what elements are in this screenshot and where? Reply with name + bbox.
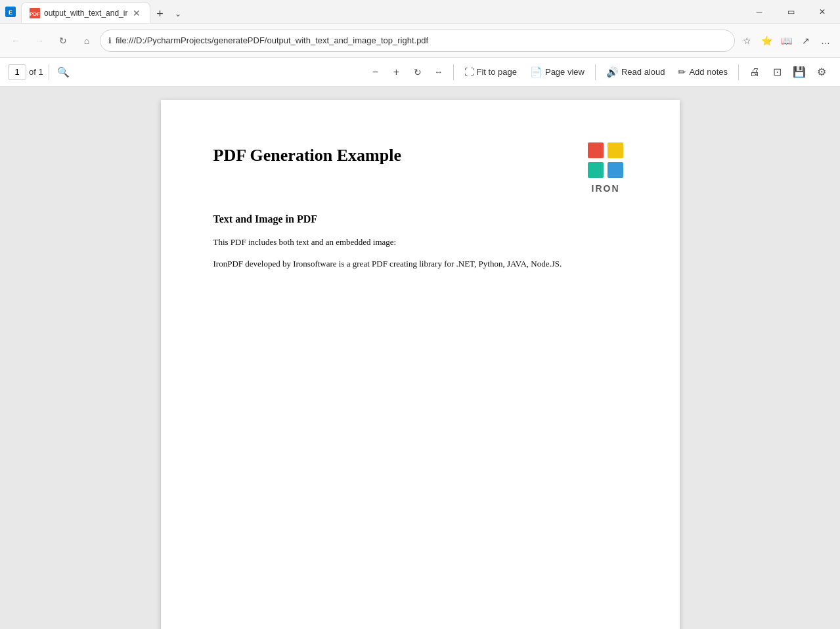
divider-3 bbox=[595, 64, 596, 80]
url-text: file:///D:/PycharmProjects/generatePDF/o… bbox=[116, 35, 726, 45]
zoom-out-button[interactable]: − bbox=[366, 63, 385, 81]
page-input[interactable] bbox=[8, 64, 26, 80]
active-tab[interactable]: PDF output_with_text_and_ir ✕ bbox=[21, 2, 150, 23]
pdf-header: PDF Generation Example IRON bbox=[213, 139, 627, 194]
read-aloud-button[interactable]: 🔊 Read aloud bbox=[601, 64, 671, 81]
page-view-button[interactable]: 📄 Page view bbox=[525, 64, 590, 81]
save-button[interactable]: 💾 bbox=[789, 62, 810, 83]
svg-rect-4 bbox=[588, 142, 604, 158]
add-notes-label: Add notes bbox=[689, 67, 728, 77]
tab-label: output_with_text_and_ir bbox=[44, 9, 127, 18]
page-total: of 1 bbox=[29, 67, 43, 77]
page-navigation: of 1 bbox=[8, 64, 43, 80]
title-bar-left: E bbox=[0, 7, 21, 17]
pdf-title: PDF Generation Example bbox=[213, 139, 571, 165]
fit-page-icon-button[interactable]: ⊡ bbox=[766, 62, 787, 83]
print-button[interactable]: 🖨 bbox=[744, 62, 765, 83]
title-bar: E PDF output_with_text_and_ir ✕ + ⌄ ─ ▭ … bbox=[0, 0, 840, 24]
read-aloud-label: Read aloud bbox=[621, 67, 665, 77]
home-button[interactable]: ⌂ bbox=[76, 30, 97, 51]
pdf-page: PDF Generation Example IRON Text and Ima… bbox=[161, 100, 680, 629]
fit-to-page-label: Fit to page bbox=[477, 67, 517, 77]
address-bar: ← → ↻ ⌂ ℹ file:///D:/PycharmProjects/gen… bbox=[0, 24, 840, 58]
svg-text:E: E bbox=[9, 9, 12, 16]
tab-close-button[interactable]: ✕ bbox=[131, 7, 142, 20]
tab-list-button[interactable]: ⌄ bbox=[169, 5, 187, 23]
pdf-right-tools: 🖨 ⊡ 💾 ⚙ bbox=[744, 62, 832, 83]
refresh-button[interactable]: ↻ bbox=[53, 30, 74, 51]
pdf-section-title: Text and Image in PDF bbox=[213, 213, 627, 225]
rotate-button[interactable]: ↻ bbox=[409, 63, 427, 81]
add-notes-button[interactable]: ✏ Add notes bbox=[673, 64, 733, 81]
zoom-in-button[interactable]: + bbox=[387, 63, 406, 81]
maximize-button[interactable]: ▭ bbox=[776, 0, 806, 24]
iron-logo: IRON bbox=[585, 139, 627, 194]
share-button[interactable]: ↗ bbox=[797, 32, 815, 50]
svg-rect-5 bbox=[608, 142, 623, 158]
more-tools-button[interactable]: ⚙ bbox=[811, 62, 832, 83]
add-notes-icon: ✏ bbox=[678, 66, 686, 78]
tab-favicon: PDF bbox=[30, 8, 40, 18]
tab-bar: PDF output_with_text_and_ir ✕ + ⌄ bbox=[21, 0, 744, 23]
svg-rect-7 bbox=[608, 162, 623, 178]
read-aloud-icon: 🔊 bbox=[606, 66, 619, 78]
svg-text:PDF: PDF bbox=[30, 11, 40, 17]
page-view-label: Page view bbox=[545, 67, 585, 77]
svg-rect-6 bbox=[588, 162, 604, 178]
pdf-content: PDF Generation Example IRON Text and Ima… bbox=[0, 87, 840, 629]
favorites-button[interactable]: ☆ bbox=[738, 32, 756, 50]
new-tab-button[interactable]: + bbox=[150, 5, 169, 23]
page-view-icon: 📄 bbox=[530, 66, 542, 78]
search-button[interactable]: 🔍 bbox=[55, 63, 73, 81]
address-actions: ☆ ⭐ 📖 ↗ … bbox=[738, 32, 835, 50]
forward-button[interactable]: → bbox=[29, 30, 50, 51]
pdf-paragraph-1: This PDF includes both text and an embed… bbox=[213, 236, 627, 249]
fit-width-button[interactable]: ↔ bbox=[430, 63, 448, 81]
fit-to-page-icon: ⛶ bbox=[464, 66, 474, 77]
iron-logo-text: IRON bbox=[592, 183, 620, 194]
fit-to-page-button[interactable]: ⛶ Fit to page bbox=[459, 64, 522, 80]
pdf-toolbar: of 1 🔍 − + ↻ ↔ ⛶ Fit to page 📄 Page view… bbox=[0, 58, 840, 87]
back-button[interactable]: ← bbox=[5, 30, 26, 51]
address-input[interactable]: ℹ file:///D:/PycharmProjects/generatePDF… bbox=[100, 30, 735, 52]
settings-button[interactable]: … bbox=[816, 32, 835, 50]
window-controls: ─ ▭ ✕ bbox=[744, 0, 840, 24]
minimize-button[interactable]: ─ bbox=[744, 0, 774, 24]
divider-1 bbox=[49, 64, 49, 80]
divider-2 bbox=[453, 64, 454, 80]
read-mode-button[interactable]: 📖 bbox=[777, 32, 795, 50]
security-icon: ℹ bbox=[108, 36, 112, 45]
divider-4 bbox=[738, 64, 739, 80]
browser-icon: E bbox=[5, 7, 16, 17]
iron-hashtag-icon bbox=[585, 139, 627, 182]
favorites-bar-button[interactable]: ⭐ bbox=[757, 32, 776, 50]
close-button[interactable]: ✕ bbox=[807, 0, 837, 24]
pdf-paragraph-2: IronPDF developed by Ironsoftware is a g… bbox=[213, 257, 627, 271]
